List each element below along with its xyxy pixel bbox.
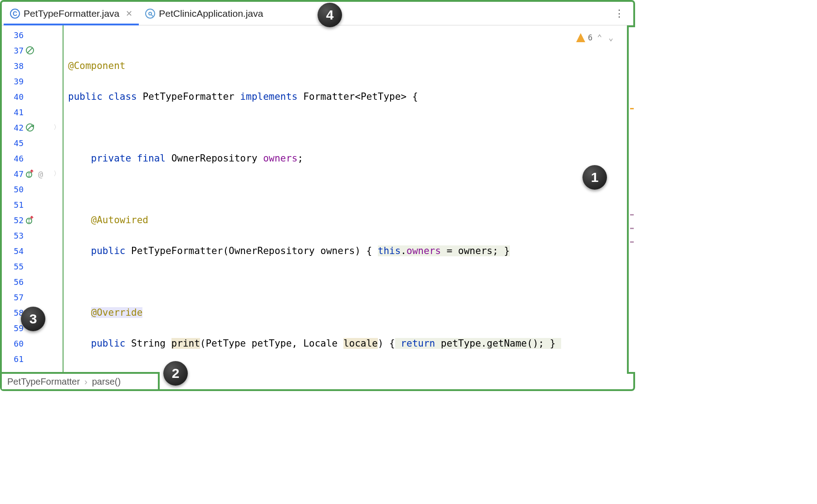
line-number[interactable]: 60 <box>2 339 24 348</box>
callout-1: 1 <box>582 165 607 190</box>
breadcrumb-method[interactable]: parse() <box>92 377 121 387</box>
line-number[interactable]: 57 <box>2 293 24 302</box>
tab-label: PetClinicApplication.java <box>159 8 263 19</box>
line-number[interactable]: 53 <box>2 231 24 240</box>
breadcrumb-class[interactable]: PetTypeFormatter <box>7 377 80 387</box>
callout-3: 3 <box>21 307 45 331</box>
line-number[interactable]: 47 <box>2 169 24 179</box>
callout-2: 2 <box>163 361 188 386</box>
line-number[interactable]: 61 <box>2 354 24 364</box>
fold-icon[interactable]: 〉 <box>54 123 60 132</box>
warning-icon <box>576 33 585 42</box>
highlight-mark[interactable] <box>630 228 634 229</box>
code-editor[interactable]: 6 ⌃ ⌄ @Component public class PetTypeFor… <box>64 25 633 372</box>
line-number[interactable]: 42 <box>2 123 24 132</box>
highlight-mark[interactable] <box>630 241 634 243</box>
line-number[interactable]: 38 <box>2 61 24 71</box>
line-number[interactable]: 46 <box>2 154 24 163</box>
implements-icon[interactable]: I <box>24 169 36 178</box>
line-number[interactable]: 54 <box>2 246 24 256</box>
line-number[interactable]: 52 <box>2 215 24 225</box>
line-number[interactable]: 37 <box>2 46 24 55</box>
line-number[interactable]: 45 <box>2 138 24 148</box>
line-number[interactable]: 59 <box>2 323 24 333</box>
svg-text:I: I <box>28 172 30 177</box>
line-number[interactable]: 55 <box>2 262 24 271</box>
highlight-mark[interactable] <box>630 214 634 215</box>
line-number[interactable]: 56 <box>2 277 24 287</box>
callout-4: 4 <box>318 3 342 27</box>
svg-line-4 <box>27 125 33 130</box>
tab-pettypeformatter[interactable]: C PetTypeFormatter.java ✕ <box>4 2 139 25</box>
line-number[interactable]: 36 <box>2 30 24 40</box>
warning-mark[interactable] <box>630 108 634 109</box>
tab-options-button[interactable]: ⋮ <box>607 8 631 20</box>
inspection-widget[interactable]: 6 ⌃ ⌄ <box>573 29 618 46</box>
java-class-icon <box>145 9 155 19</box>
breadcrumb[interactable]: PetTypeFormatter › parse() <box>2 372 160 389</box>
fold-icon[interactable]: 〉 <box>54 170 60 178</box>
no-usage-icon[interactable] <box>24 46 36 55</box>
svg-point-0 <box>149 12 152 15</box>
next-highlight-icon[interactable]: ⌄ <box>607 30 615 45</box>
warning-count: 6 <box>588 30 592 45</box>
line-number[interactable]: 51 <box>2 200 24 210</box>
error-stripe[interactable] <box>627 25 635 374</box>
prev-highlight-icon[interactable]: ⌃ <box>595 30 604 45</box>
line-number[interactable]: 58 <box>2 308 24 318</box>
breadcrumb-separator-icon: › <box>84 377 88 387</box>
svg-line-2 <box>27 48 33 53</box>
implements-icon[interactable]: I <box>24 215 36 225</box>
svg-text:I: I <box>28 219 30 224</box>
nav-icon[interactable] <box>24 123 36 132</box>
tab-petclinicapplication[interactable]: PetClinicApplication.java <box>139 2 269 25</box>
close-icon[interactable]: ✕ <box>126 9 132 19</box>
line-number[interactable]: 41 <box>2 108 24 117</box>
line-number[interactable]: 50 <box>2 185 24 194</box>
line-number[interactable]: 40 <box>2 92 24 102</box>
java-class-icon: C <box>10 9 20 19</box>
line-number[interactable]: 39 <box>2 77 24 86</box>
tab-label: PetTypeFormatter.java <box>24 8 119 19</box>
